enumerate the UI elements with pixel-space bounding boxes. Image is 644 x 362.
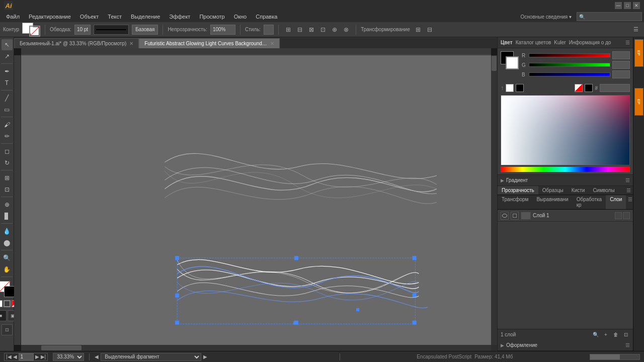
fill-swatch[interactable]	[4, 286, 15, 297]
menu-file[interactable]: Файл	[2, 13, 24, 21]
grid-icon[interactable]: ⊠	[306, 25, 316, 35]
zoom-tool[interactable]: 🔍	[2, 252, 13, 263]
eyedropper-tool[interactable]: 💧	[2, 226, 13, 237]
color-picker-field[interactable]	[501, 95, 630, 165]
tab-align[interactable]: Выравнивани	[532, 195, 572, 209]
search-bar[interactable]: 🔍	[577, 12, 642, 21]
none-swatch-sm[interactable]	[575, 84, 583, 92]
style-swatch[interactable]	[264, 25, 274, 35]
tab-pathfinder[interactable]: Обработка кр	[573, 195, 606, 209]
zoom-selector[interactable]: 33.33%	[53, 353, 84, 361]
appearance-panel-header[interactable]: ▶ Оформление ☰	[498, 340, 633, 351]
menu-select[interactable]: Выделение	[127, 13, 164, 21]
appearance-options[interactable]: ☰	[625, 342, 630, 348]
layer-visibility-toggle[interactable]	[501, 212, 509, 220]
layer-lock[interactable]	[623, 212, 630, 219]
fullscreen-btn[interactable]: ⊡	[2, 324, 13, 335]
stroke-type-select[interactable]: Базовая	[132, 25, 158, 35]
transparency-options[interactable]: ☰	[624, 186, 633, 195]
close-button[interactable]: ✕	[633, 2, 640, 9]
menu-effect[interactable]: Эффект	[165, 13, 194, 21]
pen-tool[interactable]: ✒	[2, 66, 13, 77]
scale-tool[interactable]: ⊞	[2, 172, 13, 184]
search-layer-btn[interactable]: 🔍	[592, 331, 600, 339]
gradient-panel-header[interactable]: ▶ Градиент ☰	[498, 175, 633, 186]
view-mode-select[interactable]: Выделенный фрагмент	[101, 353, 201, 361]
scrollbar-vertical[interactable]	[491, 55, 497, 345]
color-info-tab[interactable]: Информация о до	[569, 40, 611, 45]
view-next-btn[interactable]: ▶	[203, 354, 207, 359]
nav-next-btn[interactable]: ▶	[35, 354, 39, 359]
opacity-input[interactable]: 100%	[210, 25, 235, 35]
delete-layer-btn[interactable]: 🗑	[612, 331, 620, 339]
color-kuler-tab[interactable]: Kuler	[554, 40, 566, 45]
tab-brushes[interactable]: Кисти	[568, 186, 589, 195]
layer-target[interactable]	[615, 212, 622, 219]
hex-value-input[interactable]	[600, 84, 630, 92]
stroke-style-preview[interactable]	[94, 25, 129, 35]
scroll-thumb-h[interactable]	[41, 345, 82, 350]
stroke-size-input[interactable]: 10 pt	[74, 25, 91, 35]
channel-b-value[interactable]	[612, 70, 630, 78]
color-swatches[interactable]	[0, 281, 15, 297]
menu-window[interactable]: Окно	[230, 13, 251, 21]
thumbnail-2[interactable]: EP	[634, 88, 643, 116]
pencil-tool[interactable]: ✏	[2, 131, 13, 142]
text-tool[interactable]: T	[2, 77, 13, 88]
white-swatch-sm[interactable]	[506, 84, 514, 92]
menu-help[interactable]: Справка	[252, 13, 281, 21]
menu-object[interactable]: Объект	[76, 13, 103, 21]
channel-r-slider[interactable]	[529, 53, 610, 57]
hand-tool[interactable]: ✋	[2, 264, 13, 275]
menu-text[interactable]: Текст	[104, 13, 126, 21]
distribute-icon[interactable]: ⊟	[295, 25, 305, 35]
snap-icon[interactable]: ⊡	[318, 25, 328, 35]
maximize-button[interactable]: □	[624, 2, 631, 9]
anchor-icon[interactable]: ⊕	[330, 25, 340, 35]
transform-btn2[interactable]: ⊟	[425, 25, 435, 35]
fill-icon[interactable]: ■	[0, 300, 3, 307]
stroke-icon[interactable]	[4, 300, 11, 307]
tab-futuristic[interactable]: Futuristic Abstract Glowing Light Curves…	[139, 38, 280, 48]
channel-g-slider[interactable]	[529, 63, 610, 67]
warp-tool[interactable]: ⊡	[2, 184, 13, 195]
paintbrush-tool[interactable]: 🖌	[2, 119, 13, 130]
color-fill-stroke[interactable]	[501, 51, 519, 69]
menu-edit[interactable]: Редактирование	[25, 13, 75, 21]
tab-transform[interactable]: Трансформ	[498, 195, 532, 209]
channel-r-value[interactable]	[612, 51, 630, 59]
fill-stroke-indicator[interactable]	[22, 23, 40, 37]
color-catalog-tab[interactable]: Каталог цветов	[516, 40, 551, 45]
tab-transparency[interactable]: Прозрачность	[498, 186, 538, 195]
nav-first-btn[interactable]: |◀	[6, 354, 12, 359]
tab-close-2[interactable]: ✕	[270, 41, 274, 46]
color-panel-options[interactable]: ☰	[625, 40, 630, 45]
blend-tool[interactable]: ⬤	[2, 237, 13, 248]
view-prev-btn[interactable]: ◀	[95, 354, 99, 359]
direct-selection-tool[interactable]: ↗	[2, 51, 13, 62]
align-icon[interactable]: ⊞	[283, 25, 293, 35]
color-stroke-box[interactable]	[506, 56, 519, 69]
selection-tool[interactable]: ↖	[2, 39, 13, 50]
nav-prev-btn[interactable]: ◀	[13, 354, 17, 359]
channel-g-value[interactable]	[612, 61, 630, 69]
graph-tool[interactable]: ▊	[2, 211, 13, 222]
options-icon[interactable]: ☰	[631, 25, 641, 35]
transform-btn1[interactable]: ⊞	[413, 25, 423, 35]
layer-edit-toggle[interactable]	[511, 212, 519, 220]
color-up-arrow[interactable]: ↑	[501, 84, 504, 92]
thumbnail-1[interactable]: EP	[634, 39, 643, 67]
workspace-selector[interactable]: Основные сведения ▾	[517, 14, 576, 20]
artboard[interactable]	[21, 55, 491, 345]
rotate-tool[interactable]: ↻	[2, 157, 13, 168]
channel-b-slider[interactable]	[529, 72, 610, 76]
transform-label[interactable]: Трансформирование	[361, 27, 410, 32]
hue-strip[interactable]	[501, 166, 630, 172]
tab-close-1[interactable]: ✕	[129, 41, 133, 46]
symbol-tool[interactable]: ⊕	[2, 199, 13, 210]
scrollbar-horizontal[interactable]	[21, 345, 491, 351]
page-number[interactable]: 1	[19, 353, 34, 360]
tab-layers[interactable]: Слои	[606, 195, 626, 209]
add-layer-btn[interactable]: +	[602, 331, 610, 339]
tab-unnamed[interactable]: Безымянный-1.ai* @ 33.33% (RGB/Просмотр)…	[14, 38, 139, 48]
